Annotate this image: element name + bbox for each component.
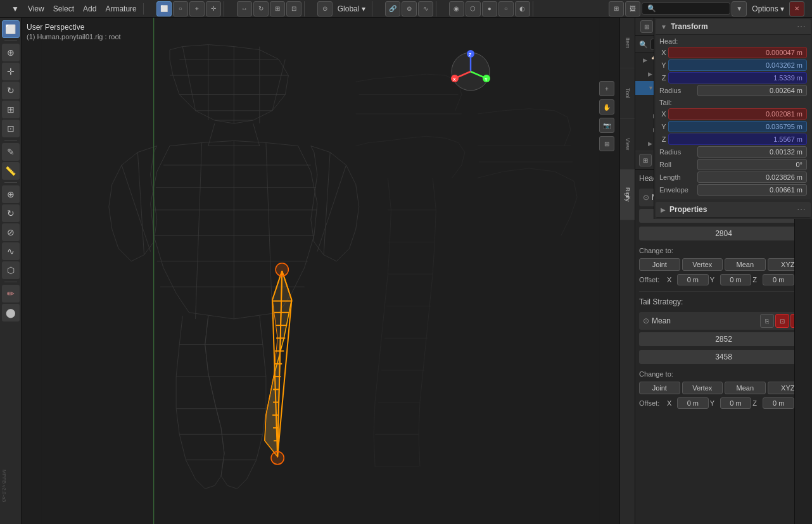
head-joint-btn[interactable]: Joint — [639, 258, 680, 271]
camera-persp-icon[interactable]: 📷 — [599, 118, 614, 133]
roll-input[interactable]: 0° — [697, 159, 807, 170]
envelope-input[interactable]: 0.00661 m — [697, 184, 807, 196]
tail-vertex-btn[interactable]: Vertex — [682, 382, 723, 394]
envelope-row: Envelope 0.00661 m — [659, 184, 807, 196]
zoom-in-icon[interactable]: + — [599, 81, 614, 96]
tail-offset-z-input[interactable]: 0 m — [763, 397, 794, 409]
extrude-tool-btn[interactable]: ⊕ — [2, 185, 20, 203]
cursor-icon[interactable]: ✛ — [206, 1, 221, 16]
transform-menu[interactable]: ⋯ — [797, 22, 806, 32]
properties-header[interactable]: ▶ Properties ⋯ — [656, 202, 811, 218]
tail-val1-box[interactable]: 2852 — [639, 332, 808, 346]
proportional-icon[interactable]: ⊚ — [402, 1, 417, 16]
select-circle-icon[interactable]: ○ — [173, 1, 188, 16]
blender-logo[interactable]: ▼ — [8, 3, 23, 15]
tail-z-row: Z 1.5567 m — [659, 134, 807, 145]
pivot-icon[interactable]: ⊙ — [317, 1, 333, 16]
head-offset-y-input[interactable]: 0 m — [720, 274, 752, 285]
xray-icon[interactable]: ⬡ — [466, 1, 481, 16]
measure-tool-btn[interactable]: 📏 — [2, 162, 20, 180]
grid-icon[interactable]: ⊞ — [599, 136, 614, 151]
roll-tool-btn[interactable]: ↻ — [2, 204, 20, 222]
gizmo[interactable]: Z X Y — [448, 49, 493, 94]
head-val2-box[interactable]: 2804 — [639, 227, 808, 240]
annotate-tool-btn[interactable]: ✎ — [2, 143, 20, 161]
cursor-tool-btn[interactable]: ⊕ — [2, 44, 20, 61]
tail-offset-y-input[interactable]: 0 m — [720, 397, 752, 409]
tail-copy-btn[interactable]: ⎘ — [760, 314, 774, 328]
svg-point-52 — [276, 263, 288, 276]
rotate-icon[interactable]: ↻ — [253, 1, 269, 16]
bone-size-tool-btn[interactable]: ⊘ — [2, 223, 20, 241]
side-tabs: Item Tool View Rigify MPFB v2.0-a3 — [619, 18, 635, 524]
head-offset-label: Offset: — [639, 276, 664, 284]
rotate-tool-btn[interactable]: ↻ — [2, 82, 20, 99]
svg-text:Y: Y — [485, 77, 488, 82]
scale-icon[interactable]: ⊞ — [270, 1, 285, 16]
viewport-overlay-icon[interactable]: ◉ — [449, 1, 464, 16]
tail-joint-btn[interactable]: Joint — [639, 382, 680, 394]
tail-y-input[interactable]: 0.036795 m — [668, 121, 807, 132]
menu-select[interactable]: Select — [49, 3, 78, 15]
head-vertex-btn[interactable]: Vertex — [682, 258, 723, 271]
tail-val2-box[interactable]: 3458 — [639, 350, 808, 364]
relax-tool-btn[interactable]: ∿ — [2, 242, 20, 260]
head-offset-x-input[interactable]: 0 m — [677, 274, 709, 285]
head-x-input[interactable]: 0.000047 m — [668, 47, 807, 58]
tab-view[interactable]: View — [620, 119, 635, 170]
x-close[interactable]: ✕ — [789, 1, 804, 16]
solid-icon[interactable]: ● — [482, 1, 497, 16]
tail-offset-x-input[interactable]: 0 m — [677, 397, 709, 409]
select-lasso-icon[interactable]: ⌖ — [189, 1, 205, 16]
menu-view[interactable]: View — [24, 3, 48, 15]
menu-add[interactable]: Add — [79, 3, 100, 15]
outliner-type-icon[interactable]: ⊞ — [640, 20, 653, 33]
editor-type-icon[interactable]: ⊞ — [609, 1, 624, 16]
tail-x-input[interactable]: 0.002081 m — [668, 108, 807, 120]
falloff-icon[interactable]: ∿ — [418, 1, 433, 16]
head-radius-input[interactable]: 0.00264 m — [697, 85, 807, 96]
tail-mean-btn[interactable]: Mean — [725, 382, 766, 394]
head-offset-z-input[interactable]: 0 m — [763, 274, 794, 285]
render-type-icon[interactable]: 🖼 — [625, 1, 640, 16]
filter-icon[interactable]: ▼ — [732, 1, 747, 16]
shear-tool-btn[interactable]: ⬡ — [2, 261, 20, 279]
move-icon[interactable]: ↔ — [237, 1, 252, 16]
options-btn[interactable]: Options ▾ — [748, 3, 788, 15]
select-tool-btn[interactable]: ⬜ — [2, 20, 20, 38]
global-dropdown[interactable]: Global ▾ — [334, 3, 369, 15]
snap-group: 🔗 ⊚ ∿ — [383, 1, 436, 16]
length-label: Length — [659, 173, 697, 181]
tab-rigify[interactable]: Rigify — [620, 170, 635, 220]
tab-item[interactable]: Item — [620, 18, 635, 68]
rigify-type-icon[interactable]: ⊞ — [639, 154, 652, 166]
tail-change-btns: Joint Vertex Mean XYZ — [639, 382, 808, 394]
viewport-label: User Perspective (1) Human.ponytail01.ri… — [27, 23, 121, 41]
select-box-icon[interactable]: ⬜ — [156, 1, 172, 16]
scale-tool-btn[interactable]: ⊞ — [2, 101, 20, 118]
render-preview-icon[interactable]: ◐ — [515, 1, 530, 16]
tail-z-input[interactable]: 1.5567 m — [668, 134, 807, 145]
transform-header[interactable]: ▼ Transform ⋯ — [656, 19, 811, 35]
menu-armature[interactable]: Armature — [101, 3, 140, 15]
paint-tool-btn[interactable]: ✏ — [2, 285, 20, 303]
viewport[interactable]: User Perspective (1) Human.ponytail01.ri… — [22, 18, 619, 524]
head-z-input[interactable]: 1.5339 m — [668, 72, 807, 84]
tail-offset-label: Offset: — [639, 399, 664, 407]
length-input[interactable]: 0.023826 m — [697, 172, 807, 183]
clone-tool-btn[interactable]: ⬤ — [2, 304, 20, 321]
transform-icon[interactable]: ⊡ — [286, 1, 301, 16]
snap-icon[interactable]: 🔗 — [385, 1, 400, 16]
move-tool-btn[interactable]: ✛ — [2, 63, 20, 80]
svg-point-53 — [271, 452, 284, 465]
head-y-input[interactable]: 0.043262 m — [668, 59, 807, 71]
top-search[interactable]: 🔍 — [642, 3, 730, 15]
properties-menu[interactable]: ⋯ — [797, 204, 806, 215]
tab-tool[interactable]: Tool — [620, 68, 635, 119]
tail-radius-input[interactable]: 0.00132 m — [697, 146, 807, 158]
pan-icon[interactable]: ✋ — [599, 99, 614, 115]
tail-select-btn[interactable]: ⊡ — [775, 314, 789, 328]
head-mean-btn[interactable]: Mean — [725, 258, 766, 271]
material-icon[interactable]: ○ — [498, 1, 514, 16]
transform-tool-btn[interactable]: ⊡ — [2, 120, 20, 137]
